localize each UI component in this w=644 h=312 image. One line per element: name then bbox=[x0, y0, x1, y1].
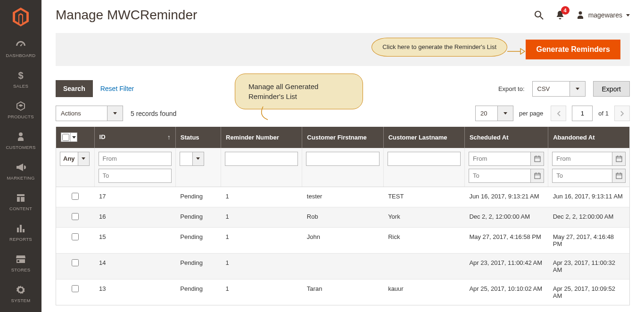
cell-id: 13 bbox=[94, 279, 175, 305]
chevron-down-icon[interactable] bbox=[193, 152, 204, 166]
cell-lastname: TEST bbox=[383, 187, 464, 207]
sidebar-item-extra[interactable] bbox=[0, 310, 41, 312]
sidebar-item-marketing[interactable]: MARKETING bbox=[0, 156, 41, 187]
svg-point-2 bbox=[535, 11, 541, 17]
mass-actions-value: Actions bbox=[56, 106, 107, 121]
per-page-label: per page bbox=[519, 110, 543, 117]
col-scheduled-at[interactable]: Scheduled At bbox=[464, 127, 548, 148]
row-checkbox[interactable] bbox=[72, 233, 79, 240]
col-reminder-number[interactable]: Reminder Number bbox=[221, 127, 302, 148]
sidebar-item-dashboard[interactable]: DASHBOARD bbox=[0, 34, 41, 65]
bar-chart-icon bbox=[15, 222, 27, 235]
cell-reminder-number: 1 bbox=[221, 207, 302, 227]
generate-reminders-button[interactable]: Generate Reminders bbox=[526, 40, 620, 59]
page-size-select[interactable]: 20 bbox=[475, 106, 513, 121]
sidebar-item-customers[interactable]: CUSTOMERS bbox=[0, 126, 41, 156]
sidebar-label: CONTENT bbox=[9, 206, 32, 211]
action-bar: Click here to generate the Reminder's Li… bbox=[56, 33, 630, 66]
cell-firstname: John bbox=[302, 227, 383, 253]
cell-reminder-number: 1 bbox=[221, 227, 302, 253]
calendar-icon[interactable] bbox=[612, 152, 625, 165]
search-icon[interactable] bbox=[534, 10, 544, 20]
chevron-down-icon bbox=[626, 14, 630, 16]
layout-icon bbox=[15, 192, 27, 204]
prev-page-button[interactable] bbox=[551, 106, 566, 121]
table-row[interactable]: 14Pending1Apr 23, 2017, 11:00:42 AMApr 2… bbox=[56, 253, 629, 279]
cell-status: Pending bbox=[175, 207, 221, 227]
chevron-down-icon[interactable] bbox=[107, 106, 123, 121]
filter-reminder-number[interactable] bbox=[225, 152, 298, 166]
calendar-icon[interactable] bbox=[530, 152, 544, 165]
col-abandoned-at[interactable]: Abandoned At bbox=[548, 127, 629, 148]
svg-line-3 bbox=[540, 16, 543, 19]
svg-point-1 bbox=[20, 289, 22, 291]
filter-id-from[interactable] bbox=[99, 152, 172, 166]
filter-status-select[interactable] bbox=[180, 152, 217, 166]
svg-rect-5 bbox=[535, 156, 540, 162]
sidebar-label: SALES bbox=[13, 83, 28, 89]
row-checkbox[interactable] bbox=[72, 285, 79, 292]
chevron-down-icon[interactable] bbox=[498, 106, 513, 121]
of-pages-label: of 1 bbox=[598, 110, 609, 117]
filter-select-any[interactable]: Any bbox=[60, 152, 91, 166]
export-format-value: CSV bbox=[532, 81, 570, 97]
cell-id: 16 bbox=[94, 207, 175, 227]
dashboard-icon bbox=[15, 39, 27, 51]
sidebar-label: SYSTEM bbox=[11, 298, 31, 303]
sidebar-item-stores[interactable]: STORES bbox=[0, 248, 41, 279]
callout-manage: Manage all Generated Reminder's List bbox=[235, 74, 363, 109]
col-firstname[interactable]: Customer Firstname bbox=[302, 127, 383, 148]
user-menu[interactable]: magewares bbox=[576, 10, 630, 20]
col-lastname[interactable]: Customer Lastname bbox=[383, 127, 464, 148]
sidebar-item-products[interactable]: PRODUCTS bbox=[0, 95, 41, 126]
cell-abandoned-at: Jun 16, 2017, 9:13:11 AM bbox=[548, 187, 629, 207]
filter-id-to[interactable] bbox=[99, 169, 172, 183]
col-status[interactable]: Status bbox=[175, 127, 221, 148]
table-row[interactable]: 15Pending1JohnRickMay 27, 2017, 4:16:58 … bbox=[56, 227, 629, 253]
filter-lastname[interactable] bbox=[388, 152, 461, 166]
magento-logo[interactable] bbox=[0, 0, 41, 34]
cell-scheduled-at: Apr 25, 2017, 10:10:02 AM bbox=[464, 279, 548, 305]
calendar-icon[interactable] bbox=[530, 169, 544, 182]
table-row[interactable]: 13Pending1TarankauurApr 25, 2017, 10:10:… bbox=[56, 279, 629, 305]
sidebar-label: STORES bbox=[11, 267, 31, 272]
reset-filter-link[interactable]: Reset Filter bbox=[100, 85, 134, 92]
cell-reminder-number: 1 bbox=[221, 253, 302, 279]
username: magewares bbox=[588, 11, 622, 19]
table-row[interactable]: 17Pending1testerTESTJun 16, 2017, 9:13:2… bbox=[56, 187, 629, 207]
table-row[interactable]: 16Pending1RobYorkDec 2, 2, 12:00:00 AMDe… bbox=[56, 207, 629, 227]
search-button[interactable]: Search bbox=[56, 80, 93, 97]
sidebar-label: REPORTS bbox=[9, 237, 32, 242]
sidebar-item-sales[interactable]: $ SALES bbox=[0, 65, 41, 95]
select-all-checkbox[interactable] bbox=[62, 134, 69, 141]
col-select-all[interactable] bbox=[56, 127, 94, 148]
filter-firstname[interactable] bbox=[306, 152, 379, 166]
callout-arrow-icon bbox=[507, 48, 525, 55]
sidebar-item-reports[interactable]: REPORTS bbox=[0, 218, 41, 248]
calendar-icon[interactable] bbox=[612, 169, 625, 182]
row-checkbox[interactable] bbox=[72, 259, 79, 266]
mass-actions-select[interactable]: Actions bbox=[56, 106, 123, 121]
notifications-icon[interactable]: 4 bbox=[555, 10, 565, 20]
col-id[interactable]: ID↑ bbox=[94, 127, 175, 148]
chevron-down-icon[interactable] bbox=[570, 81, 586, 97]
sidebar-item-content[interactable]: CONTENT bbox=[0, 187, 41, 218]
chevron-down-icon[interactable] bbox=[78, 152, 90, 166]
cell-status: Pending bbox=[175, 279, 221, 305]
row-checkbox[interactable] bbox=[72, 193, 79, 200]
export-format-select[interactable]: CSV bbox=[532, 81, 586, 97]
export-button[interactable]: Export bbox=[593, 81, 630, 97]
chevron-down-icon[interactable] bbox=[70, 133, 77, 141]
cell-lastname: York bbox=[383, 207, 464, 227]
page-input[interactable] bbox=[572, 106, 593, 121]
callout-tail-icon bbox=[254, 107, 272, 121]
cell-id: 17 bbox=[94, 187, 175, 207]
sidebar-label: MARKETING bbox=[7, 175, 34, 181]
reminders-grid: ID↑ Status Reminder Number Customer Firs… bbox=[56, 127, 630, 305]
row-checkbox[interactable] bbox=[72, 213, 79, 220]
cell-lastname bbox=[383, 253, 464, 279]
cell-id: 14 bbox=[94, 253, 175, 279]
next-page-button[interactable] bbox=[614, 106, 630, 121]
svg-rect-9 bbox=[535, 173, 540, 179]
sidebar-item-system[interactable]: SYSTEM bbox=[0, 279, 41, 310]
